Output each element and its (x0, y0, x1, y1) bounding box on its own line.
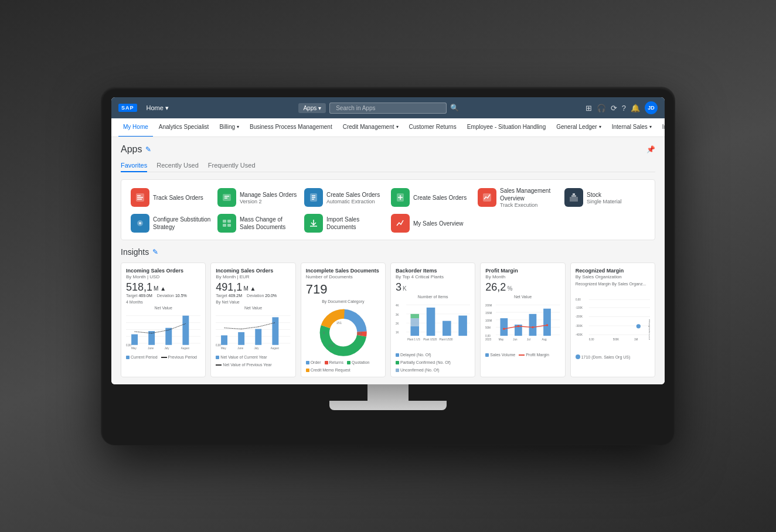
nav-item-ledger[interactable]: General Ledger ▾ (552, 118, 606, 137)
kpi-card-incomplete[interactable]: Incomplete Sales Documents Number of Doc… (301, 262, 386, 377)
tab-favorites[interactable]: Favorites (121, 159, 147, 172)
svg-text:172: 172 (328, 344, 333, 347)
svg-text:0,00: 0,00 (485, 335, 491, 337)
kpi-card-incoming-usd[interactable]: Incoming Sales Orders By Month | USD 518… (121, 262, 206, 377)
app-tile-manage-sales[interactable]: Manage Sales Orders Version 2 (217, 187, 298, 208)
kpi-suffix-usd: M ▲ (154, 285, 166, 292)
kpi-subtitle-incoming-usd: By Month | USD (126, 274, 200, 279)
kpi-period-usd: 4 Months (126, 300, 200, 304)
credit-chevron-icon: ▾ (396, 124, 399, 129)
app-label-configure: Configure Substitution Strategy (153, 216, 212, 231)
kpi-value-incoming-eur: 491,1 (216, 282, 242, 292)
svg-rect-66 (410, 326, 419, 336)
nav-item-myhome[interactable]: My Home (118, 118, 153, 137)
kpi-card-backorder[interactable]: Backorder Items By Top 4 Critical Plants… (390, 262, 475, 377)
svg-text:Aug: Aug (542, 338, 547, 341)
kpi-card-incoming-eur[interactable]: Incoming Sales Orders By Month | EUR 491… (210, 262, 295, 377)
svg-rect-11 (227, 220, 231, 223)
app-icon-track-sales (131, 188, 149, 207)
insights-title: Insights (121, 247, 149, 257)
svg-rect-71 (458, 316, 467, 336)
chart-label-profit: Net Value (485, 295, 560, 299)
monitor-frame: SAP Home ▾ Apps ▾ Search in Apps 🔍 (101, 87, 675, 445)
kpi-subtitle-profit: By Month (485, 274, 560, 279)
app-icon-sales-mgmt (478, 188, 496, 207)
insights-header: Insights ✎ (121, 247, 655, 257)
app-tile-create-auto[interactable]: Create Sales Orders Automatic Extraction (304, 187, 385, 208)
app-icon-create-sales (391, 188, 410, 207)
nav-item-bpm[interactable]: Business Process Management (245, 118, 337, 137)
app-label-stock: Stock Single Material (587, 191, 622, 204)
svg-rect-39 (256, 329, 262, 345)
svg-text:Recognized COS: Recognized COS (648, 319, 650, 340)
app-tile-track-sales[interactable]: Track Sales Orders (131, 187, 212, 208)
sync-icon[interactable]: ⟳ (611, 104, 617, 112)
app-label-import: Import Sales Documents (326, 216, 385, 231)
kpi-card-profit[interactable]: Profit Margin By Month 26,2 % Net Value (480, 262, 565, 377)
app-tile-stock[interactable]: Stock Single Material (564, 187, 645, 208)
nav-item-returns[interactable]: Customer Returns (404, 118, 461, 137)
nav-item-internal-sales[interactable]: Internal Sales ▾ (607, 118, 656, 137)
svg-text:June: June (238, 347, 244, 350)
svg-rect-85 (501, 318, 508, 336)
app-tile-import[interactable]: Import Sales Documents (304, 214, 385, 233)
chart-legend-usd: Current Period Previous Period (126, 355, 200, 359)
svg-text:-300K: -300K (576, 325, 583, 328)
user-avatar[interactable]: JD (645, 101, 658, 114)
app-tile-my-sales[interactable]: My Sales Overview (391, 214, 472, 233)
nav-item-employee[interactable]: Employee - Situation Handling (462, 118, 551, 137)
app-icon-my-sales (391, 214, 410, 233)
nav-item-billing[interactable]: Billing ▾ (215, 118, 244, 137)
app-icon-configure (131, 214, 149, 233)
app-tile-configure[interactable]: Configure Substitution Strategy (131, 214, 212, 233)
app-label-create-sales: Create Sales Orders (413, 194, 467, 202)
app-tile-sales-mgmt[interactable]: Sales Management Overview Track Executio… (478, 187, 559, 208)
tab-frequently-used[interactable]: Frequently Used (208, 159, 256, 172)
svg-point-92 (546, 324, 549, 326)
app-icon-import (304, 214, 323, 233)
notification-icon[interactable]: 🔔 (631, 104, 640, 112)
nav-item-analytics[interactable]: Analytics Specialist (154, 118, 214, 137)
svg-text:0,00: 0,00 (588, 338, 594, 341)
kpi-card-recognized[interactable]: Recognized Margin By Sales Organization … (570, 262, 655, 377)
search-icon[interactable]: 🔍 (450, 104, 459, 112)
home-label: Home (147, 104, 164, 111)
kpi-value-backorder: 3 (396, 282, 401, 292)
nav-item-professional[interactable]: Internal Sales - Professional Services (658, 118, 665, 137)
svg-text:July: July (254, 347, 260, 350)
tab-recently-used[interactable]: Recently Used (156, 159, 199, 172)
app-tile-mass-change[interactable]: Mass Change of Sales Documents (217, 214, 298, 233)
headset-icon[interactable]: 🎧 (597, 104, 606, 112)
apps-pin-icon[interactable]: 📌 (646, 145, 655, 154)
chart-label-usd: Net Value (126, 306, 200, 310)
svg-text:100M: 100M (485, 319, 492, 322)
home-button[interactable]: Home ▾ (143, 104, 172, 112)
svg-point-9 (139, 222, 141, 224)
insights-edit-icon[interactable]: ✎ (152, 248, 158, 256)
app-tile-create-sales[interactable]: Create Sales Orders (391, 187, 472, 208)
apps-tabs: Favorites Recently Used Frequently Used (121, 159, 655, 172)
svg-rect-37 (221, 335, 227, 345)
apps-edit-icon[interactable]: ✎ (145, 145, 151, 154)
search-box[interactable]: Search in Apps (329, 103, 447, 114)
chart-recognized: 0,00 -100K -200K -300K -400K (576, 287, 650, 352)
app-label-my-sales: My Sales Overview (413, 220, 464, 227)
svg-rect-10 (223, 220, 226, 223)
help-icon[interactable]: ? (622, 104, 626, 112)
shell-header: SAP Home ▾ Apps ▾ Search in Apps 🔍 (111, 97, 665, 118)
kpi-subtitle-recognized: By Sales Organization (576, 274, 650, 279)
chart-legend-backorder: Delayed (No. Of) Partially Confirmed (No… (396, 353, 470, 372)
kpi-subtitle-incoming-eur: By Month | EUR (216, 274, 290, 279)
apps-dropdown-button[interactable]: Apps ▾ (298, 103, 326, 113)
svg-text:Jun: Jun (513, 338, 518, 341)
nav-item-credit[interactable]: Credit Management ▾ (338, 118, 403, 137)
app-icon-manage-sales (217, 188, 236, 207)
sap-application: SAP Home ▾ Apps ▾ Search in Apps 🔍 (111, 97, 665, 384)
svg-rect-70 (443, 321, 451, 336)
svg-point-111 (636, 324, 640, 328)
grid-icon[interactable]: ⊞ (586, 104, 592, 112)
monitor-wrapper: SAP Home ▾ Apps ▾ Search in Apps 🔍 (101, 87, 675, 445)
chart-incomplete: 151 383 172 3 (306, 305, 380, 357)
kpi-title-incoming-usd: Incoming Sales Orders (126, 268, 200, 274)
svg-text:May: May (221, 347, 226, 350)
